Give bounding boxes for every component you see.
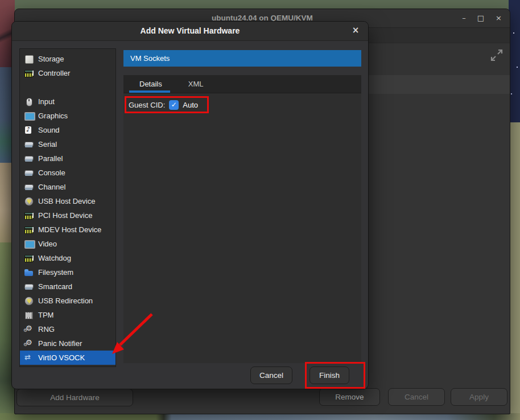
sidebar-item-smartcard[interactable]: Smartcard	[20, 279, 115, 294]
gears-icon	[24, 324, 34, 334]
sidebar-item-serial[interactable]: Serial	[20, 137, 115, 151]
device-icon	[24, 182, 34, 192]
blank-icon	[24, 83, 34, 92]
dialog-title: Add New Virtual Hardware	[12, 26, 368, 35]
sidebar-item-graphics[interactable]: Graphics	[20, 109, 115, 123]
sidebar-item-filesystem[interactable]: Filesystem	[20, 265, 115, 279]
sidebar-item-panic-notifier[interactable]: Panic Notifier	[20, 336, 115, 351]
close-icon[interactable]: ×	[496, 13, 502, 23]
wallpaper-segment	[509, 122, 520, 420]
device-icon	[24, 168, 34, 178]
wallpaper-segment	[509, 0, 520, 122]
maximize-icon[interactable]: □	[477, 13, 484, 23]
chip-icon	[24, 253, 34, 263]
sync-arrows-icon	[24, 353, 34, 363]
sidebar-item-sound[interactable]: Sound	[20, 123, 115, 137]
usb-icon	[24, 296, 34, 306]
sidebar-item-virtio-vsock[interactable]: VirtIO VSOCK	[20, 351, 115, 365]
device-icon	[24, 139, 34, 149]
folder-icon	[24, 267, 34, 277]
guest-cid-annotation-box: Guest CID: ✓ Auto	[125, 96, 209, 113]
gears-icon	[24, 339, 34, 348]
mouse-icon	[24, 97, 34, 106]
sidebar-item-usb-host[interactable]: USB Host Device	[20, 194, 115, 208]
add-hardware-dialog: Add New Virtual Hardware × Storage Contr…	[11, 21, 369, 389]
apply-button[interactable]: Apply	[451, 388, 507, 406]
monitor-icon	[24, 239, 34, 249]
storage-icon	[24, 54, 34, 64]
auto-checkbox-label: Auto	[183, 101, 198, 109]
chip-icon	[24, 211, 34, 220]
device-icon	[24, 154, 34, 163]
cancel-button[interactable]: Cancel	[250, 367, 292, 384]
hardware-type-list: Storage Controller Input Graphics Sound …	[19, 48, 116, 367]
panel-header-vm-sockets: VM Sockets	[123, 50, 361, 67]
sidebar-item-controller[interactable]: Controller	[20, 66, 115, 80]
usb-icon	[24, 196, 34, 206]
sidebar-item-pci-host[interactable]: PCI Host Device	[20, 208, 115, 223]
tab-xml[interactable]: XML	[185, 75, 207, 93]
sidebar-item-channel[interactable]: Channel	[20, 180, 115, 194]
monitor-icon	[24, 111, 34, 121]
guest-cid-label: Guest CID:	[129, 101, 165, 109]
tab-details[interactable]: Details	[136, 75, 166, 93]
vm-cancel-button[interactable]: Cancel	[388, 388, 445, 406]
sidebar-item-input[interactable]: Input	[20, 94, 115, 109]
minimize-icon[interactable]: –	[462, 13, 466, 23]
auto-checkbox[interactable]: ✓	[169, 100, 179, 110]
sidebar-item-watchdog[interactable]: Watchdog	[20, 251, 115, 265]
panel-tabbar: Details XML	[123, 75, 361, 93]
finish-button[interactable]: Finish	[309, 367, 349, 384]
chip-icon	[24, 225, 34, 234]
sidebar-item-spacer	[20, 80, 115, 94]
sidebar-item-usb-redirection[interactable]: USB Redirection	[20, 294, 115, 308]
remove-button[interactable]: Remove	[319, 388, 380, 406]
sidebar-item-rng[interactable]: RNG	[20, 322, 115, 336]
sidebar-item-mdev-host[interactable]: MDEV Host Device	[20, 223, 115, 237]
device-icon	[24, 282, 34, 291]
sidebar-item-storage[interactable]: Storage	[20, 52, 115, 66]
dialog-titlebar[interactable]: Add New Virtual Hardware ×	[12, 22, 368, 41]
chip-icon	[24, 68, 34, 78]
sound-icon	[24, 125, 34, 135]
dialog-close-icon[interactable]: ×	[350, 25, 361, 35]
tpm-chip-icon	[24, 310, 34, 320]
add-hardware-button[interactable]: Add Hardware	[16, 389, 133, 406]
fullscreen-expand-icon[interactable]	[489, 48, 504, 63]
sidebar-item-tpm[interactable]: TPM	[20, 308, 115, 322]
sidebar-item-video[interactable]: Video	[20, 237, 115, 251]
sidebar-item-parallel[interactable]: Parallel	[20, 151, 115, 166]
sidebar-item-console[interactable]: Console	[20, 166, 115, 180]
panel-content	[123, 93, 361, 363]
